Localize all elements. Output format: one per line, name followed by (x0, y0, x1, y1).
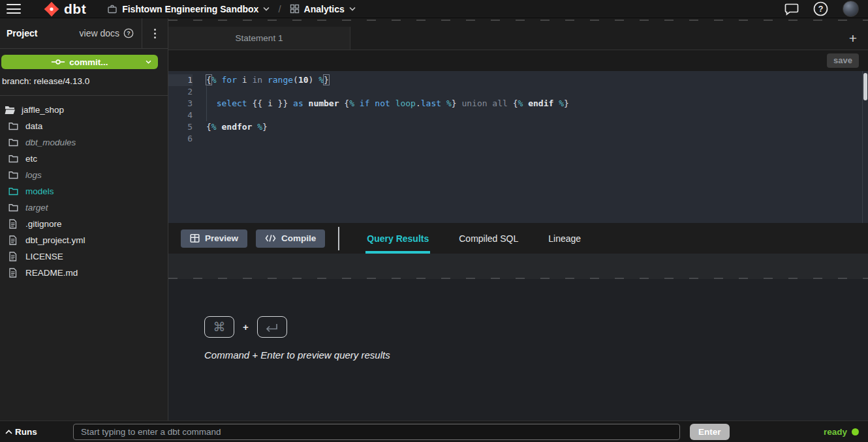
breadcrumb-separator: / (278, 3, 281, 14)
table-icon (190, 233, 200, 243)
grid-icon (290, 4, 300, 14)
org-switcher[interactable]: Fishtown Engineering Sandbox (107, 4, 270, 14)
commit-button[interactable]: commit... (1, 55, 158, 69)
tree-item-license[interactable]: LICENSE (0, 248, 168, 265)
folder-open-icon (5, 105, 16, 115)
tab-lineage[interactable]: Lineage (547, 223, 582, 254)
code-line-3: 3 select {{ i }} as number {% if not loo… (168, 98, 868, 110)
git-commit-icon (51, 58, 65, 66)
status-indicator: ready (824, 427, 859, 437)
line-number: 5 (168, 121, 193, 133)
code-line-2: 2 (168, 86, 868, 98)
tree-item-dbt-project-yml[interactable]: dbt_project.yml (0, 232, 168, 248)
tree-item-label: data (25, 121, 42, 131)
preview-button-label: Preview (205, 233, 238, 243)
editor-scrollbar[interactable] (862, 71, 868, 223)
dbt-logo[interactable]: dbt (43, 1, 86, 18)
code-content: {% endfor %} (206, 121, 268, 133)
sidebar-menu-button[interactable] (142, 18, 168, 48)
file-icon (8, 219, 20, 229)
code-content: select {{ i }} as number {% if not loop.… (206, 98, 569, 110)
code-line-5: 5{% endfor %} (168, 121, 868, 133)
status-dot (852, 428, 859, 435)
file-tree: jaffle_shopdatadbt_modulesetclogsmodelst… (0, 96, 168, 281)
new-tab-button[interactable]: + (838, 27, 868, 50)
code-line-4: 4 (168, 110, 868, 121)
sidebar-title: Project (7, 28, 37, 38)
view-docs-link[interactable]: view docs ? (80, 28, 142, 38)
tree-item--gitignore[interactable]: .gitignore (0, 216, 168, 232)
tree-item-label: etc (25, 154, 37, 164)
compile-button[interactable]: Compile (256, 229, 325, 248)
plus-icon: + (849, 31, 857, 46)
enter-button[interactable]: Enter (690, 424, 730, 440)
file-icon (8, 252, 20, 262)
folder-icon (8, 138, 20, 148)
code-icon (265, 234, 276, 243)
chevron-down-icon (263, 7, 270, 11)
code-line-6: 6 (168, 133, 868, 145)
toolbar-divider (338, 227, 339, 250)
runs-label: Runs (15, 427, 37, 437)
tree-item-etc[interactable]: etc (0, 151, 168, 167)
tree-item-logs[interactable]: logs (0, 167, 168, 183)
results-subheader (168, 254, 868, 279)
hamburger-menu-icon[interactable] (7, 4, 21, 14)
command-key-icon: ⌘ (204, 316, 234, 338)
project-switcher[interactable]: Analytics (290, 4, 356, 14)
command-bar: Runs Enter ready (0, 420, 868, 442)
runs-toggle[interactable]: Runs (5, 427, 73, 437)
kebab-icon (154, 29, 156, 38)
folder-icon (8, 203, 20, 213)
dbt-command-input[interactable] (73, 424, 680, 440)
chat-icon[interactable] (784, 3, 799, 16)
code-line-1: 1{% for i in range(10) %} (168, 74, 868, 86)
help-icon[interactable]: ? (813, 1, 828, 16)
file-icon (8, 235, 20, 246)
tree-item-dbt-modules[interactable]: dbt_modules (0, 134, 168, 151)
svg-text:?: ? (818, 5, 824, 14)
dbt-logo-text: dbt (64, 1, 86, 17)
scrollbar-thumb[interactable] (863, 73, 867, 100)
plus-separator: + (243, 321, 249, 332)
line-number: 2 (168, 86, 193, 98)
tree-item-models[interactable]: models (0, 183, 168, 199)
tree-item-jaffle-shop[interactable]: jaffle_shop (0, 102, 168, 118)
question-circle-icon: ? (123, 28, 134, 38)
tab-statement-1[interactable]: Statement 1 (168, 27, 350, 50)
sidebar-header: Project view docs ? (0, 18, 168, 49)
tab-query-results[interactable]: Query Results (365, 223, 430, 254)
code-editor[interactable]: 1{% for i in range(10) %}23 select {{ i … (168, 71, 868, 223)
dbt-logo-icon (43, 1, 60, 18)
user-avatar[interactable] (843, 1, 859, 17)
tab-compiled-sql[interactable]: Compiled SQL (457, 223, 519, 254)
save-button[interactable]: save (827, 53, 859, 68)
indent-guide (206, 86, 207, 121)
tree-item-target[interactable]: target (0, 199, 168, 216)
tree-item-label: README.md (25, 268, 78, 278)
status-label: ready (824, 427, 847, 437)
tree-item-label: .gitignore (25, 219, 62, 229)
tree-item-label: logs (25, 170, 42, 180)
line-number: 4 (168, 110, 193, 121)
top-bar: dbt Fishtown Engineering Sandbox / Analy… (0, 0, 868, 18)
return-arrow-icon (265, 323, 279, 332)
empty-state-hint: Command + Enter to preview query results (204, 349, 868, 361)
tree-item-label: target (25, 203, 48, 213)
file-icon (8, 268, 20, 278)
code-content: {% for i in range(10) %} (206, 74, 329, 86)
tab-label: Statement 1 (236, 33, 283, 43)
chevron-down-icon (146, 60, 151, 64)
preview-button[interactable]: Preview (181, 229, 247, 248)
query-results-empty-state: ⌘ + Command + Enter to preview query res… (168, 279, 868, 420)
tree-item-readme-md[interactable]: README.md (0, 265, 168, 281)
enter-key-icon (257, 316, 287, 338)
tree-item-label: models (25, 186, 54, 196)
compile-button-label: Compile (281, 233, 316, 243)
editor-tab-bar: Statement 1 + (168, 27, 868, 50)
tab-label: Lineage (548, 233, 581, 244)
tree-item-data[interactable]: data (0, 118, 168, 134)
line-number: 3 (168, 98, 193, 110)
folder-icon (8, 186, 20, 197)
branch-label: branch: release/4.13.0 (2, 76, 168, 87)
